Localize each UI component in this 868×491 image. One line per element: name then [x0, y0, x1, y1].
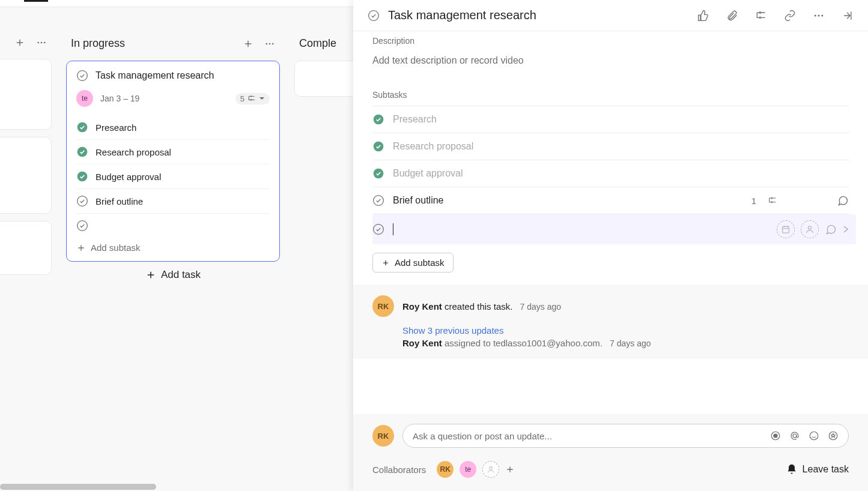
svg-point-32	[810, 432, 818, 440]
check-circle-icon[interactable]	[368, 10, 380, 22]
comment-icon[interactable]	[837, 194, 849, 206]
comment-icon[interactable]	[825, 223, 837, 235]
task-card[interactable]: esearch	[0, 221, 52, 275]
svg-point-11	[77, 172, 88, 182]
svg-point-12	[77, 196, 88, 206]
add-task-button[interactable]: Add task	[66, 269, 280, 281]
horizontal-scrollbar[interactable]	[0, 484, 156, 491]
svg-point-3	[266, 43, 267, 44]
show-previous-link[interactable]: Show 3 previous updates	[402, 325, 849, 336]
plus-icon	[145, 270, 156, 280]
assigned-time: 7 days ago	[610, 339, 651, 348]
board-column-in-progress: In progress Task management research te …	[66, 37, 280, 282]
comment-input[interactable]: Ask a question or post an update...	[402, 424, 849, 448]
assigned-text: assigned to tedlasso1001@yahoo.com.	[442, 338, 602, 348]
plus-icon	[381, 259, 390, 267]
emoji-icon[interactable]	[809, 430, 819, 441]
svg-point-30	[774, 434, 777, 438]
creator-avatar[interactable]: RK	[372, 295, 394, 317]
mention-icon[interactable]	[789, 430, 800, 441]
subtask-label: Budget approval	[96, 172, 161, 182]
activity-time: 7 days ago	[520, 302, 562, 312]
creator-name: Roy Kent	[402, 301, 442, 312]
record-icon[interactable]	[770, 430, 781, 441]
subtask-label: Research proposal	[393, 141, 473, 152]
task-card[interactable]: esearch	[0, 137, 52, 214]
date-picker-icon[interactable]	[777, 220, 795, 238]
card-subtask[interactable]: Brief outline	[76, 189, 270, 214]
chevron-down-icon	[259, 95, 265, 101]
collaborator-avatar[interactable]: te	[460, 461, 476, 478]
more-icon[interactable]	[813, 10, 825, 22]
detail-subtask[interactable]: Presearch	[372, 106, 849, 133]
more-icon[interactable]	[264, 38, 275, 49]
svg-point-18	[818, 14, 820, 16]
card-subtask[interactable]: Presearch	[76, 115, 270, 140]
activity-text: Roy Kent created this task. 7 days ago	[402, 301, 561, 312]
plus-icon[interactable]	[243, 38, 253, 49]
detail-subtask[interactable]: Research proposal	[372, 133, 849, 160]
add-collaborator-placeholder[interactable]	[482, 461, 499, 478]
subtask-label: Presearch	[393, 114, 437, 125]
svg-point-4	[269, 43, 271, 44]
svg-point-25	[771, 202, 772, 203]
plus-icon[interactable]	[14, 37, 25, 48]
activity-assigned: Roy Kent assigned to tedlasso1001@yahoo.…	[402, 338, 849, 348]
assignee-picker-icon[interactable]	[801, 220, 819, 238]
svg-point-16	[759, 17, 761, 19]
check-done-icon[interactable]	[372, 113, 384, 125]
add-collaborator-icon[interactable]	[505, 465, 515, 474]
assignee-avatar[interactable]: te	[76, 90, 93, 107]
check-done-icon[interactable]	[372, 167, 384, 179]
task-card-selected[interactable]: Task management research te Jan 3 – 19 5…	[66, 61, 280, 262]
detail-subtask[interactable]: Budget approval	[372, 160, 849, 187]
new-subtask-input[interactable]	[372, 214, 856, 244]
card-subtask[interactable]: Budget approval	[76, 164, 270, 189]
activity-action: created this task.	[442, 301, 513, 312]
attachment-icon[interactable]	[726, 10, 738, 22]
link-icon[interactable]	[784, 10, 796, 22]
collaborator-avatar[interactable]: RK	[437, 461, 454, 478]
svg-point-0	[37, 42, 39, 44]
svg-point-19	[821, 14, 823, 16]
check-circle-icon[interactable]	[76, 70, 88, 82]
subtask-count: 1	[751, 196, 756, 206]
detail-subtask[interactable]: Brief outline 1	[372, 187, 849, 214]
check-done-icon[interactable]	[372, 140, 384, 152]
add-subtask-button[interactable]: Add subtask	[372, 253, 454, 273]
collaborators-label: Collaborators	[372, 465, 426, 475]
star-icon[interactable]	[828, 430, 839, 441]
svg-point-31	[793, 434, 797, 438]
task-detail-panel: Task management research Description Add…	[353, 0, 868, 491]
svg-point-14	[369, 10, 379, 20]
subtasks-icon[interactable]	[755, 10, 767, 22]
add-subtask-link[interactable]: Add subtask	[76, 242, 270, 253]
svg-rect-27	[783, 226, 789, 233]
subtasks-label: Subtasks	[372, 90, 849, 100]
check-done-icon[interactable]	[76, 121, 88, 133]
check-circle-icon[interactable]	[76, 195, 88, 207]
card-subtask-empty[interactable]	[76, 214, 270, 238]
subtask-label: Budget approval	[393, 168, 463, 179]
check-done-icon[interactable]	[76, 146, 88, 158]
chevron-right-icon[interactable]	[843, 225, 849, 233]
check-circle-icon[interactable]	[372, 194, 384, 206]
leave-task-button[interactable]: Leave task	[786, 463, 849, 475]
like-icon[interactable]	[697, 10, 709, 22]
check-done-icon[interactable]	[76, 170, 88, 182]
description-placeholder[interactable]: Add text description or record video	[372, 52, 849, 90]
svg-point-20	[374, 115, 384, 125]
subtask-label: Brief outline	[96, 196, 143, 206]
task-card[interactable]: nt research	[0, 59, 52, 130]
scrollbar-thumb[interactable]	[0, 484, 156, 490]
svg-point-24	[771, 197, 772, 199]
current-user-avatar[interactable]: RK	[372, 425, 394, 447]
detail-title[interactable]: Task management research	[388, 8, 689, 22]
card-subtask[interactable]: Research proposal	[76, 140, 270, 164]
subtask-count-badge[interactable]: 5	[235, 93, 270, 104]
check-circle-icon[interactable]	[372, 223, 384, 235]
close-panel-icon[interactable]	[842, 10, 854, 22]
more-icon[interactable]	[36, 37, 47, 48]
check-circle-icon[interactable]	[76, 220, 88, 232]
svg-point-8	[250, 100, 252, 101]
